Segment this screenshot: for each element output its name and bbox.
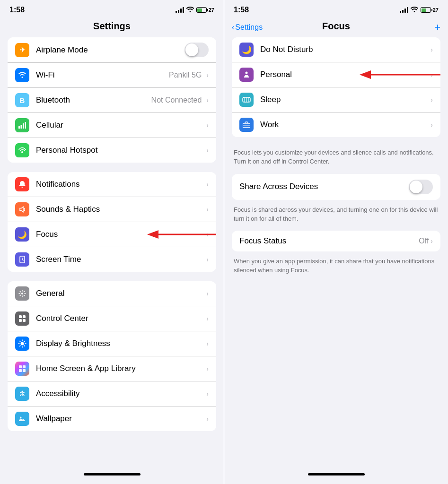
focus-status-value: Off (419, 237, 429, 245)
svg-point-18 (20, 417, 22, 418)
notifications-row[interactable]: Notifications › (8, 172, 216, 197)
dnd-icon: 🌙 (239, 43, 254, 57)
hotspot-row[interactable]: Personal Hotspot › (8, 138, 216, 163)
cellular-icon (15, 118, 29, 132)
wifi-row[interactable]: Wi-Fi Pankil 5G › (8, 63, 216, 88)
work-label: Work (260, 120, 279, 130)
personal-row[interactable]: Personal › (232, 62, 440, 87)
back-button[interactable]: ‹ Settings (232, 23, 263, 32)
notifications-section: Notifications › Sounds & Haptics › 🌙 Foc… (8, 172, 216, 272)
svg-rect-8 (19, 315, 22, 318)
svg-rect-16 (23, 369, 26, 372)
wallpaper-label: Wallpaper (36, 414, 72, 424)
cellular-label: Cellular (36, 121, 63, 130)
focus-description: Focus lets you customize your devices an… (232, 147, 440, 174)
wallpaper-row[interactable]: Wallpaper › (8, 406, 216, 431)
hotspot-label: Personal Hotspot (36, 146, 97, 155)
share-description: Focus is shared across your devices, and… (232, 204, 440, 231)
sleep-row[interactable]: Sleep › (232, 87, 440, 112)
svg-rect-10 (19, 319, 22, 322)
wallpaper-icon (15, 412, 29, 426)
wifi-status-icon (186, 7, 194, 14)
general-row[interactable]: General › (8, 281, 216, 306)
control-center-chevron-icon: › (206, 315, 209, 322)
work-chevron-icon: › (430, 121, 433, 129)
share-toggle[interactable] (409, 180, 433, 194)
airplane-mode-row[interactable]: ✈ Airplane Mode (8, 37, 216, 63)
left-scroll-content: ✈ Airplane Mode Wi-Fi Pankil 5G › (0, 37, 224, 468)
control-center-row[interactable]: Control Center › (8, 306, 216, 331)
connectivity-section: ✈ Airplane Mode Wi-Fi Pankil 5G › (8, 37, 216, 163)
wallpaper-chevron-icon: › (206, 415, 209, 423)
dnd-row[interactable]: 🌙 Do Not Disturb › (232, 37, 440, 62)
svg-point-17 (22, 391, 23, 392)
add-focus-button[interactable]: + (434, 21, 440, 34)
dnd-chevron-icon: › (430, 46, 433, 53)
right-battery-icon: 27 (421, 7, 439, 13)
display-row[interactable]: Display & Brightness › (8, 331, 216, 356)
svg-rect-15 (19, 369, 22, 372)
right-home-indicator (224, 468, 448, 484)
focus-status-row[interactable]: Focus Status Off › (232, 231, 440, 251)
right-signal-icon (400, 7, 408, 13)
bluetooth-chevron-icon: › (206, 96, 209, 104)
right-panel: 1:58 27 ‹ Settings Fo (224, 0, 448, 484)
homescreen-label: Home Screen & App Library (36, 364, 136, 373)
screentime-row[interactable]: Screen Time › (8, 247, 216, 272)
left-panel: 1:58 27 Settings (0, 0, 224, 484)
homescreen-chevron-icon: › (206, 365, 209, 372)
bluetooth-label: Bluetooth (36, 95, 70, 105)
back-label: Settings (235, 23, 263, 32)
sounds-chevron-icon: › (206, 206, 209, 213)
screentime-label: Screen Time (36, 255, 81, 264)
left-header: Settings (0, 17, 224, 37)
control-center-icon (15, 311, 29, 326)
personal-chevron-icon: › (430, 71, 433, 78)
share-section: Share Across Devices (232, 174, 440, 200)
svg-point-4 (21, 151, 23, 153)
hotspot-chevron-icon: › (206, 147, 209, 154)
bluetooth-row[interactable]: B Bluetooth Not Connected › (8, 88, 216, 113)
right-scroll-content: 🌙 Do Not Disturb › Personal › (224, 37, 448, 468)
bluetooth-icon: B (15, 93, 29, 107)
share-label: Share Across Devices (239, 182, 318, 191)
svg-rect-9 (23, 315, 26, 318)
svg-rect-3 (25, 122, 26, 129)
homescreen-row[interactable]: Home Screen & App Library › (8, 356, 216, 381)
focus-status-chevron-icon: › (430, 237, 433, 245)
right-status-icons: 27 (400, 7, 439, 14)
personal-icon (239, 68, 254, 82)
wifi-value: Pankil 5G (169, 71, 202, 79)
svg-point-7 (21, 293, 23, 294)
sounds-label: Sounds & Haptics (36, 205, 100, 214)
focus-status-section: Focus Status Off › (232, 231, 440, 251)
airplane-mode-label: Airplane Mode (36, 45, 88, 55)
sounds-row[interactable]: Sounds & Haptics › (8, 197, 216, 222)
airplane-mode-toggle[interactable] (184, 43, 209, 57)
dnd-label: Do Not Disturb (260, 45, 313, 54)
focus-row[interactable]: 🌙 Focus › (8, 222, 216, 247)
focus-status-description: When you give an app permission, it can … (232, 255, 440, 283)
work-row[interactable]: Work › (232, 112, 440, 137)
left-status-bar: 1:58 27 (0, 0, 224, 17)
general-section: General › Control Center › (8, 281, 216, 431)
left-status-icons: 27 (176, 7, 214, 14)
share-row[interactable]: Share Across Devices (232, 174, 440, 200)
accessibility-row[interactable]: Accessibility › (8, 381, 216, 406)
sleep-icon (239, 93, 254, 107)
right-status-bar: 1:58 27 (224, 0, 448, 17)
notifications-icon (15, 177, 29, 191)
wifi-label: Wi-Fi (36, 70, 55, 80)
svg-point-19 (246, 72, 248, 74)
focus-chevron-icon: › (206, 231, 209, 238)
general-icon (15, 286, 29, 301)
wifi-icon-row (15, 68, 29, 82)
work-icon (239, 118, 254, 132)
cellular-row[interactable]: Cellular › (8, 113, 216, 138)
focus-status-label: Focus Status (239, 236, 286, 246)
accessibility-chevron-icon: › (206, 390, 209, 398)
sleep-chevron-icon: › (430, 96, 433, 104)
airplane-mode-icon: ✈ (15, 43, 29, 57)
focus-icon: 🌙 (15, 227, 29, 242)
accessibility-icon (15, 387, 29, 401)
